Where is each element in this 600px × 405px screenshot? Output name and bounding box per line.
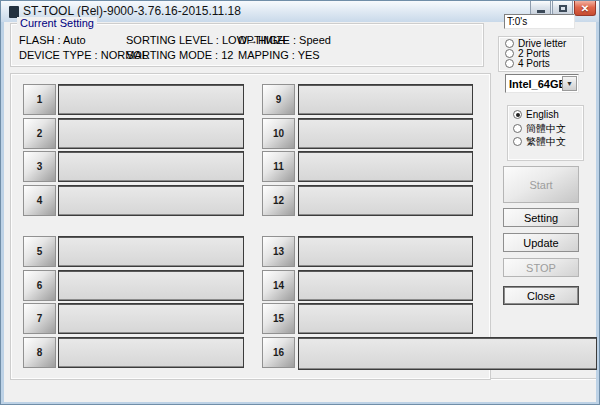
radio-4-ports[interactable]: 4 Ports — [505, 58, 550, 69]
slot-button-9[interactable]: 9 — [262, 84, 295, 115]
close-button[interactable]: Close — [503, 286, 579, 305]
stop-button: STOP — [503, 258, 579, 277]
slot-button-7[interactable]: 7 — [23, 303, 56, 334]
radio-simplified-chinese[interactable]: 簡體中文 — [513, 123, 566, 134]
slot-button-4[interactable]: 4 — [23, 185, 56, 216]
slot-button-15[interactable]: 15 — [262, 303, 295, 334]
setting-button[interactable]: Setting — [503, 208, 579, 227]
radio-label-english: English — [526, 109, 559, 120]
radio-circle-4-ports — [505, 59, 514, 68]
radio-circle-2-ports — [505, 49, 514, 58]
slot-bar-14 — [298, 270, 473, 301]
setting-flash: FLASH : Auto — [19, 34, 86, 46]
slot-bar-12 — [298, 185, 473, 216]
slot-button-10[interactable]: 10 — [262, 118, 295, 149]
frame-bottom-extension — [491, 378, 596, 380]
path-input[interactable] — [504, 14, 575, 29]
radio-label-traditional-chinese: 繁體中文 — [526, 135, 566, 149]
maximize-icon — [559, 5, 567, 12]
slot-bar-4 — [58, 185, 244, 216]
chevron-down-icon[interactable]: ▼ — [562, 76, 577, 91]
app-window: ST-TOOL (Rel)-9000-3.76.16-2015.11.18 ✕ … — [0, 0, 600, 405]
slot-button-11[interactable]: 11 — [262, 151, 295, 182]
start-button: Start — [503, 166, 579, 203]
ini-file-value: Intel_64GB.ini — [506, 78, 562, 90]
slot-bar-16 — [298, 337, 597, 370]
slot-bar-10 — [298, 118, 473, 149]
slot-bar-11 — [298, 151, 473, 182]
radio-circle-drive-letter — [505, 39, 514, 48]
slot-button-13[interactable]: 13 — [262, 236, 295, 267]
setting-sorting-mode: SORTING MODE : 12 — [126, 49, 233, 61]
minimize-icon — [537, 10, 545, 13]
slot-button-16[interactable]: 16 — [262, 337, 295, 368]
radio-circle-english — [513, 110, 522, 119]
close-window-button[interactable]: ✕ — [574, 1, 596, 16]
ini-file-dropdown[interactable]: Intel_64GB.ini ▼ — [505, 74, 579, 93]
slot-button-12[interactable]: 12 — [262, 185, 295, 216]
radio-label-4-ports: 4 Ports — [518, 58, 550, 69]
slot-bar-7 — [58, 303, 244, 334]
radio-circle-simplified-chinese — [513, 124, 522, 133]
slot-button-8[interactable]: 8 — [23, 337, 56, 368]
slot-bar-1 — [58, 84, 244, 115]
slot-bar-15 — [298, 303, 473, 334]
slot-button-14[interactable]: 14 — [262, 270, 295, 301]
slot-button-1[interactable]: 1 — [23, 84, 56, 115]
slot-bar-2 — [58, 118, 244, 149]
slot-bar-13 — [298, 236, 473, 267]
slot-button-6[interactable]: 6 — [23, 270, 56, 301]
setting-optimize: OPTIMIZE : Speed — [238, 34, 331, 46]
slot-bar-6 — [58, 270, 244, 301]
radio-label-simplified-chinese: 簡體中文 — [526, 122, 566, 136]
radio-english[interactable]: English — [513, 109, 559, 120]
current-setting-caption: Current Setting — [17, 17, 97, 29]
slot-bar-3 — [58, 151, 244, 182]
radio-circle-traditional-chinese — [513, 137, 522, 146]
update-button[interactable]: Update — [503, 233, 579, 252]
setting-mapping: MAPPING : YES — [238, 49, 320, 61]
slot-bar-9 — [298, 84, 473, 115]
close-icon: ✕ — [581, 2, 589, 15]
slot-bar-5 — [58, 236, 244, 267]
slot-button-3[interactable]: 3 — [23, 151, 56, 182]
slot-button-2[interactable]: 2 — [23, 118, 56, 149]
slot-button-5[interactable]: 5 — [23, 236, 56, 267]
radio-traditional-chinese[interactable]: 繁體中文 — [513, 136, 566, 147]
slot-bar-8 — [58, 337, 244, 368]
